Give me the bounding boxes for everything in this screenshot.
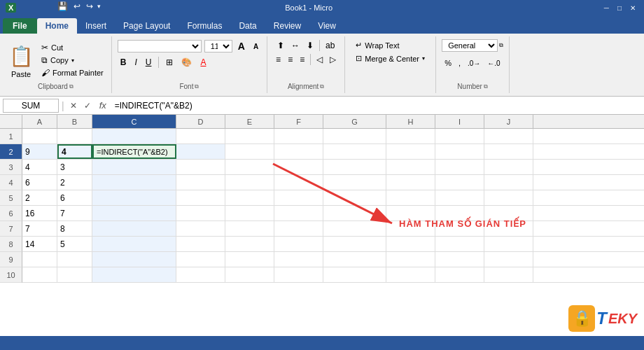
cell-b2[interactable]: 4 (57, 144, 92, 159)
tab-home[interactable]: Home (37, 18, 77, 34)
cell-c8[interactable] (92, 237, 176, 251)
number-expand[interactable]: ⧉ (484, 83, 488, 90)
cell-c9[interactable] (92, 252, 176, 267)
cell-f10[interactable] (274, 267, 323, 282)
maximize-btn[interactable]: □ (615, 4, 624, 12)
paste-button[interactable]: 📋 Paste (6, 39, 36, 81)
increase-indent-btn[interactable]: ▷ (327, 53, 339, 66)
col-header-d[interactable]: D (176, 115, 225, 128)
cell-c7[interactable] (92, 221, 176, 236)
cancel-formula-btn[interactable]: ✕ (67, 100, 80, 111)
cell-j10[interactable] (484, 267, 533, 282)
number-expand-icon[interactable]: ⧉ (499, 42, 503, 49)
col-header-a[interactable]: A (22, 115, 57, 128)
close-btn[interactable]: ✕ (627, 4, 638, 12)
cell-a6[interactable]: 16 (22, 206, 57, 220)
cell-b1[interactable] (57, 129, 92, 144)
col-header-e[interactable]: E (225, 115, 274, 128)
cell-b3[interactable]: 3 (57, 160, 92, 174)
cell-d10[interactable] (176, 267, 225, 282)
cell-i8[interactable] (435, 237, 484, 251)
cell-b8[interactable]: 5 (57, 237, 92, 251)
cell-b10[interactable] (57, 267, 92, 282)
font-name-select[interactable] (118, 40, 202, 52)
undo-btn[interactable]: ↩ (72, 1, 82, 11)
merge-center-button[interactable]: ⊡ Merge & Center ▾ (351, 52, 429, 64)
comma-btn[interactable]: , (456, 57, 463, 69)
row-header-10[interactable]: 10 (0, 267, 22, 283)
cell-e3[interactable] (225, 160, 274, 174)
cell-f2[interactable] (274, 144, 323, 159)
cell-f7[interactable] (274, 221, 323, 236)
name-box[interactable] (3, 99, 59, 113)
save-quick-btn[interactable]: 💾 (56, 1, 69, 11)
cell-a7[interactable]: 7 (22, 221, 57, 236)
cell-d1[interactable] (176, 129, 225, 144)
cell-f1[interactable] (274, 129, 323, 144)
cell-h2[interactable] (386, 144, 435, 159)
cell-j9[interactable] (484, 252, 533, 267)
align-expand[interactable]: ⧉ (320, 83, 324, 90)
cell-c4[interactable] (92, 175, 176, 190)
cell-a2[interactable]: 9 (22, 144, 57, 159)
cell-b5[interactable]: 6 (57, 190, 92, 205)
cell-j3[interactable] (484, 160, 533, 174)
cell-g5[interactable] (323, 190, 386, 205)
cell-f6[interactable] (274, 206, 323, 220)
align-middle-btn[interactable]: ↔ (288, 39, 302, 52)
cell-g2[interactable] (323, 144, 386, 159)
tab-formulas[interactable]: Formulas (178, 18, 230, 34)
row-header-3[interactable]: 3 (0, 160, 22, 175)
copy-button[interactable]: ⧉ Copy ▾ (39, 55, 106, 66)
col-header-g[interactable]: G (323, 115, 386, 128)
cell-a9[interactable] (22, 252, 57, 267)
cell-e2[interactable] (225, 144, 274, 159)
cell-f4[interactable] (274, 175, 323, 190)
cell-d9[interactable] (176, 252, 225, 267)
cell-d7[interactable] (176, 221, 225, 236)
col-header-i[interactable]: I (435, 115, 484, 128)
border-button[interactable]: ⊞ (163, 56, 176, 69)
cell-h9[interactable] (386, 252, 435, 267)
decrease-decimal-btn[interactable]: ←.0 (484, 58, 503, 69)
cell-d2[interactable] (176, 144, 225, 159)
tab-file[interactable]: File (3, 18, 37, 34)
orientation-btn[interactable]: ab (323, 39, 337, 52)
cell-h4[interactable] (386, 175, 435, 190)
row-header-4[interactable]: 4 (0, 175, 22, 190)
cell-a3[interactable]: 4 (22, 160, 57, 174)
cell-i4[interactable] (435, 175, 484, 190)
row-header-6[interactable]: 6 (0, 206, 22, 221)
merge-dropdown[interactable]: ▾ (422, 55, 425, 62)
cell-f9[interactable] (274, 252, 323, 267)
cell-f8[interactable] (274, 237, 323, 251)
col-header-b[interactable]: B (57, 115, 92, 128)
qa-dropdown[interactable]: ▾ (97, 3, 101, 10)
row-header-2[interactable]: 2 (0, 144, 22, 160)
cell-c10[interactable] (92, 267, 176, 282)
cell-a5[interactable]: 2 (22, 190, 57, 205)
cut-button[interactable]: ✂ Cut (39, 42, 106, 53)
cell-g1[interactable] (323, 129, 386, 144)
wrap-text-button[interactable]: ↵ Wrap Text (351, 39, 403, 51)
number-format-select[interactable]: General (442, 39, 498, 52)
col-header-j[interactable]: J (484, 115, 533, 128)
cell-j4[interactable] (484, 175, 533, 190)
cell-e4[interactable] (225, 175, 274, 190)
cell-e6[interactable] (225, 206, 274, 220)
align-top-btn[interactable]: ⬆ (274, 39, 287, 52)
confirm-formula-btn[interactable]: ✓ (81, 100, 94, 111)
cell-h10[interactable] (386, 267, 435, 282)
cell-j1[interactable] (484, 129, 533, 144)
row-header-1[interactable]: 1 (0, 129, 22, 144)
increase-font-btn[interactable]: A (235, 39, 248, 53)
cell-b7[interactable]: 8 (57, 221, 92, 236)
row-header-9[interactable]: 9 (0, 252, 22, 267)
cell-a10[interactable] (22, 267, 57, 282)
font-expand[interactable]: ⧉ (195, 83, 199, 90)
cell-e8[interactable] (225, 237, 274, 251)
cell-j2[interactable] (484, 144, 533, 159)
cell-d3[interactable] (176, 160, 225, 174)
cell-i5[interactable] (435, 190, 484, 205)
cell-i10[interactable] (435, 267, 484, 282)
